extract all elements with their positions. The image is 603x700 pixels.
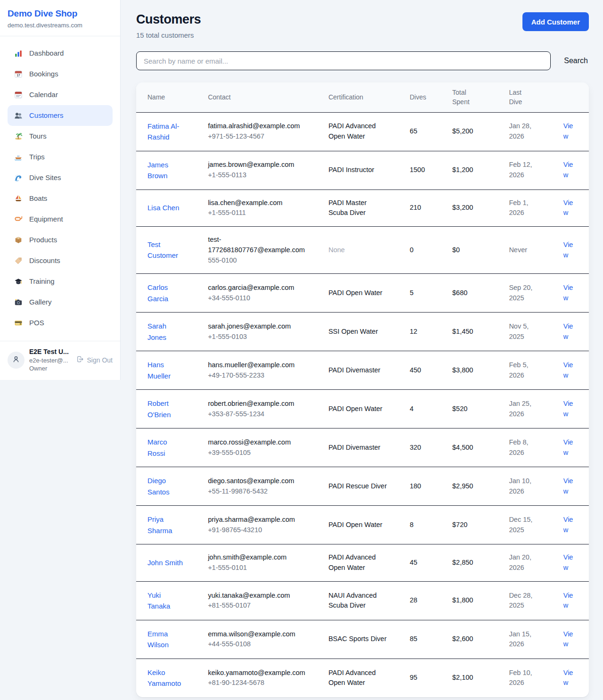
- customer-name-link[interactable]: Diego Santos: [147, 475, 185, 497]
- customer-phone: +1-555-0113: [208, 170, 306, 181]
- sidebar-item-products[interactable]: Products: [8, 230, 113, 250]
- sidebar-item-dashboard[interactable]: Dashboard: [8, 43, 113, 64]
- customer-phone: +1-555-0111: [208, 208, 306, 218]
- sidebar-item-pos[interactable]: POS: [8, 313, 113, 333]
- trips-icon: [14, 153, 23, 161]
- customer-name-link[interactable]: Lisa Chen: [147, 202, 179, 213]
- equipment-icon: [14, 215, 23, 223]
- svg-text:17: 17: [16, 74, 20, 77]
- customer-name-link[interactable]: Robert O'Brien: [147, 398, 185, 420]
- add-customer-button[interactable]: Add Customer: [522, 12, 589, 31]
- sidebar-item-gallery[interactable]: Gallery: [8, 292, 113, 313]
- table-row: Marco Rossi marco.rossi@example.com +39-…: [136, 428, 589, 467]
- customer-total-spent: $2,600: [441, 620, 497, 659]
- view-link[interactable]: View: [563, 361, 573, 379]
- customer-name-link[interactable]: Fatima Al-Rashid: [147, 121, 185, 143]
- customer-name-link[interactable]: Priya Sharma: [147, 514, 185, 536]
- sidebar-item-calendar[interactable]: Calendar: [8, 84, 113, 105]
- table-row: John Smith john.smith@example.com +1-555…: [136, 544, 589, 582]
- customer-name-link[interactable]: Hans Mueller: [147, 359, 185, 381]
- table-row: Yuki Tanaka yuki.tanaka@example.com +81-…: [136, 581, 589, 620]
- view-link[interactable]: View: [563, 669, 573, 687]
- view-link[interactable]: View: [563, 630, 573, 648]
- customer-name-link[interactable]: Marco Rossi: [147, 436, 185, 459]
- customer-name-link[interactable]: Carlos Garcia: [147, 282, 185, 304]
- customer-total-spent: $2,100: [441, 659, 497, 697]
- column-header-dives: Dives: [399, 82, 441, 112]
- sidebar-item-boats[interactable]: Boats: [8, 188, 113, 209]
- sidebar-item-equipment[interactable]: Equipment: [8, 209, 113, 230]
- gallery-icon: [14, 298, 23, 306]
- customer-name-link[interactable]: Emma Wilson: [147, 628, 185, 651]
- customer-email: lisa.chen@example.com: [208, 198, 306, 208]
- customer-certification: PADI Open Water: [317, 506, 399, 544]
- customer-certification: PADI Open Water: [317, 390, 399, 428]
- customer-email: yuki.tanaka@example.com: [208, 591, 306, 601]
- customer-email: marco.rossi@example.com: [208, 437, 306, 448]
- customer-name-link[interactable]: John Smith: [147, 557, 183, 568]
- sidebar-item-label: Tours: [29, 132, 47, 140]
- customer-phone: +55-11-99876-5432: [208, 486, 306, 497]
- customer-phone: +81-555-0107: [208, 601, 306, 611]
- view-link[interactable]: View: [563, 322, 573, 340]
- view-link[interactable]: View: [563, 553, 573, 571]
- customer-total-spent: $2,850: [441, 544, 497, 582]
- view-link[interactable]: View: [563, 438, 573, 456]
- customer-email: hans.mueller@example.com: [208, 360, 306, 371]
- customer-phone: 555-0100: [208, 255, 306, 266]
- search-input[interactable]: [136, 51, 551, 70]
- view-link[interactable]: View: [563, 199, 573, 217]
- sign-out-button[interactable]: Sign Out: [76, 355, 113, 364]
- sidebar-item-label: Products: [29, 236, 57, 244]
- customer-name-link[interactable]: James Brown: [147, 159, 185, 181]
- table-row: Carlos Garcia carlos.garcia@example.com …: [136, 274, 589, 313]
- table-row: Priya Sharma priya.sharma@example.com +9…: [136, 506, 589, 544]
- customer-name-link[interactable]: Keiko Yamamoto: [147, 667, 185, 689]
- customer-last-dive: Dec 15, 2025: [497, 506, 552, 544]
- view-link[interactable]: View: [563, 516, 573, 534]
- shop-name-link[interactable]: Demo Dive Shop: [8, 8, 113, 19]
- dashboard-icon: [14, 49, 23, 58]
- customer-certification: PADI Advanced Open Water: [317, 112, 399, 151]
- customer-email: diego.santos@example.com: [208, 476, 306, 486]
- column-header-last-dive: Last Dive: [497, 82, 552, 112]
- sidebar-item-customers[interactable]: Customers: [8, 105, 113, 126]
- view-link[interactable]: View: [563, 477, 573, 495]
- tours-icon: [14, 132, 23, 140]
- sidebar-item-tours[interactable]: Tours: [8, 126, 113, 147]
- customer-total-spent: $720: [441, 506, 497, 544]
- calendar-icon: [14, 91, 23, 99]
- search-button[interactable]: Search: [563, 57, 589, 65]
- customers-table: Name Contact Certification Dives Total S…: [136, 82, 589, 697]
- sidebar-item-discounts[interactable]: Discounts: [8, 250, 113, 271]
- view-link[interactable]: View: [563, 122, 573, 140]
- customer-name-link[interactable]: Yuki Tanaka: [147, 590, 185, 612]
- table-row: James Brown james.brown@example.com +1-5…: [136, 151, 589, 189]
- table-row: Lisa Chen lisa.chen@example.com +1-555-0…: [136, 189, 589, 227]
- sidebar-item-label: Dashboard: [29, 49, 64, 57]
- customer-certification: PADI Open Water: [317, 274, 399, 313]
- customer-total-spent: $520: [441, 390, 497, 428]
- customer-certification: PADI Rescue Diver: [317, 467, 399, 506]
- sidebar-item-training[interactable]: Training: [8, 271, 113, 292]
- customer-name-link[interactable]: Sarah Jones: [147, 321, 185, 343]
- customer-last-dive: Jan 28, 2026: [497, 112, 552, 151]
- customer-phone: +971-55-123-4567: [208, 132, 306, 142]
- customer-dives: 85: [399, 620, 441, 659]
- sidebar-item-bookings[interactable]: 17 Bookings: [8, 64, 113, 84]
- view-link[interactable]: View: [563, 400, 573, 418]
- customer-name-link[interactable]: Test Customer: [147, 239, 185, 261]
- customer-last-dive: Feb 5, 2026: [497, 351, 552, 390]
- avatar: [8, 352, 24, 369]
- view-link[interactable]: View: [563, 284, 573, 302]
- customer-last-dive: Nov 5, 2025: [497, 313, 552, 351]
- sidebar-item-trips[interactable]: Trips: [8, 147, 113, 167]
- view-link[interactable]: View: [563, 241, 573, 259]
- sidebar-item-dive-sites[interactable]: Dive Sites: [8, 167, 113, 188]
- user-box: E2E Test U... e2e-tester@... Owner Sign …: [0, 341, 120, 380]
- view-link[interactable]: View: [563, 592, 573, 609]
- app-layout: Demo Dive Shop demo.test.divestreams.com…: [0, 0, 603, 700]
- page-title: Customers: [136, 12, 201, 27]
- sidebar-item-label: POS: [29, 319, 44, 327]
- view-link[interactable]: View: [563, 161, 573, 179]
